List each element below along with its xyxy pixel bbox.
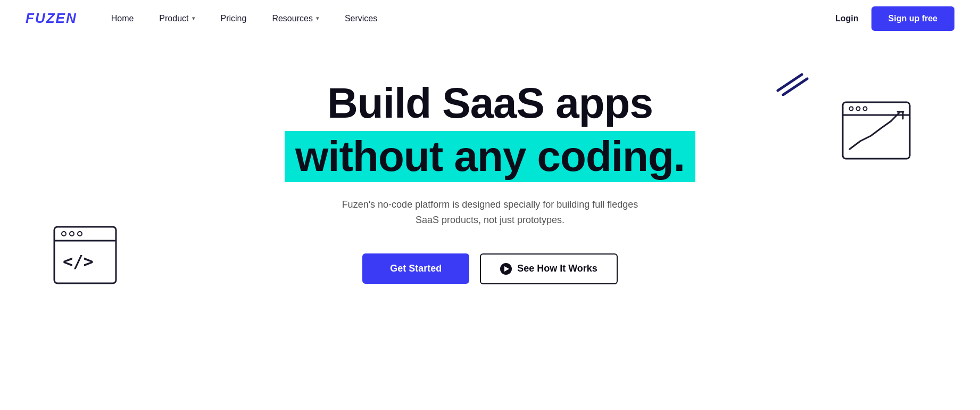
svg-text:</>: </> [63, 251, 94, 272]
nav-links: Home Product ▾ Pricing Resources ▾ Servi… [98, 0, 835, 37]
nav-resources[interactable]: Resources ▾ [259, 0, 331, 37]
hero-title: Build SaaS apps without any coding. [285, 80, 695, 182]
svg-point-11 [857, 107, 860, 111]
chart-window-decoration [842, 101, 911, 170]
logo[interactable]: FUZEN [26, 10, 77, 27]
svg-point-12 [863, 107, 867, 111]
navbar: FUZEN Home Product ▾ Pricing Resources ▾… [0, 0, 980, 37]
resources-chevron-icon: ▾ [316, 15, 319, 22]
svg-line-1 [783, 79, 807, 95]
play-icon [500, 263, 512, 275]
svg-line-13 [891, 113, 899, 121]
hero-title-line1: Build SaaS apps [285, 80, 695, 127]
signup-button[interactable]: Sign up free [871, 6, 954, 31]
nav-services[interactable]: Services [332, 0, 390, 37]
hero-highlight-wrapper: without any coding. [285, 131, 695, 182]
svg-point-4 [62, 232, 66, 236]
svg-point-5 [70, 232, 74, 236]
svg-line-0 [778, 75, 802, 91]
hero-subtitle: Fuzen's no-code platform is designed spe… [336, 197, 644, 228]
nav-pricing[interactable]: Pricing [208, 0, 260, 37]
code-window-decoration: </> [53, 226, 117, 284]
hero-title-line2: without any coding. [295, 133, 685, 180]
play-triangle-icon [504, 266, 509, 272]
svg-rect-8 [843, 102, 910, 159]
product-chevron-icon: ▾ [192, 15, 195, 22]
hero-section: Build SaaS apps without any coding. Fuze… [0, 37, 980, 316]
get-started-button[interactable]: Get Started [362, 253, 469, 284]
nav-home[interactable]: Home [98, 0, 147, 37]
see-how-button[interactable]: See How It Works [480, 253, 618, 284]
hero-buttons: Get Started See How It Works [362, 253, 618, 284]
squiggle-decoration [773, 69, 810, 96]
svg-point-10 [850, 107, 853, 111]
svg-point-6 [78, 232, 82, 236]
nav-actions: Login Sign up free [835, 6, 954, 31]
nav-product[interactable]: Product ▾ [146, 0, 207, 37]
login-button[interactable]: Login [835, 14, 859, 23]
